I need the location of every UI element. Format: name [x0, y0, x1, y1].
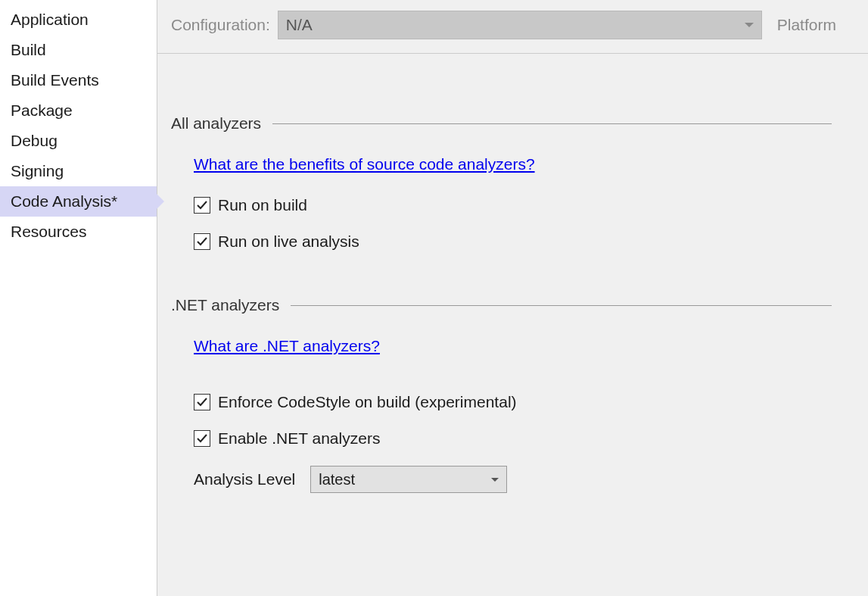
configuration-label: Configuration:: [171, 16, 270, 34]
section-body: What are the benefits of source code ana…: [171, 155, 854, 251]
checkmark-icon: [196, 396, 208, 408]
configuration-value: N/A: [286, 16, 313, 34]
main-panel: Configuration: N/A Platform All analyzer…: [157, 0, 868, 596]
checkbox-run-on-live-analysis: Run on live analysis: [194, 232, 854, 251]
sidebar-item-label: Application: [11, 11, 89, 28]
sidebar-item-label: Code Analysis*: [11, 192, 117, 210]
sidebar-item-build[interactable]: Build: [0, 35, 157, 65]
sidebar-item-build-events[interactable]: Build Events: [0, 65, 157, 95]
section-divider: [291, 305, 832, 306]
sidebar-item-debug[interactable]: Debug: [0, 126, 157, 156]
checkbox[interactable]: [194, 430, 210, 447]
section-title: All analyzers: [171, 114, 261, 133]
sidebar-item-application[interactable]: Application: [0, 5, 157, 35]
checkbox-run-on-build: Run on build: [194, 196, 854, 214]
analysis-level-row: Analysis Level latest: [194, 466, 854, 493]
sidebar-item-resources[interactable]: Resources: [0, 217, 157, 247]
checkbox-label: Enforce CodeStyle on build (experimental…: [218, 393, 517, 411]
sidebar-item-package[interactable]: Package: [0, 95, 157, 126]
top-bar: Configuration: N/A Platform: [157, 0, 868, 54]
sidebar-item-label: Debug: [11, 132, 58, 149]
checkbox[interactable]: [194, 233, 210, 250]
section-net-analyzers: .NET analyzers What are .NET analyzers? …: [171, 296, 854, 493]
analysis-level-select[interactable]: latest: [310, 466, 507, 493]
checkbox[interactable]: [194, 197, 210, 214]
section-header: .NET analyzers: [171, 296, 854, 314]
content: All analyzers What are the benefits of s…: [157, 54, 868, 508]
analysis-level-value: latest: [319, 471, 355, 488]
sidebar-item-label: Build: [11, 41, 46, 58]
checkbox[interactable]: [194, 394, 210, 410]
analysis-level-label: Analysis Level: [194, 470, 295, 488]
checkbox-enable-net-analyzers: Enable .NET analyzers: [194, 429, 854, 448]
sidebar-item-label: Build Events: [11, 71, 99, 89]
benefits-link[interactable]: What are the benefits of source code ana…: [194, 155, 535, 173]
sidebar-item-signing[interactable]: Signing: [0, 156, 157, 186]
chevron-down-icon: [745, 23, 754, 27]
checkmark-icon: [196, 199, 208, 211]
section-all-analyzers: All analyzers What are the benefits of s…: [171, 114, 854, 251]
section-title: .NET analyzers: [171, 296, 279, 314]
checkbox-enforce-codestyle: Enforce CodeStyle on build (experimental…: [194, 393, 854, 411]
checkbox-label: Enable .NET analyzers: [218, 429, 380, 448]
checkbox-label: Run on build: [218, 196, 307, 214]
sidebar-item-label: Signing: [11, 162, 64, 179]
configuration-select[interactable]: N/A: [278, 11, 762, 39]
section-divider: [272, 123, 832, 124]
checkbox-label: Run on live analysis: [218, 232, 359, 251]
section-body: What are .NET analyzers? Enforce CodeSty…: [171, 337, 854, 493]
sidebar-item-label: Package: [11, 101, 73, 119]
net-analyzers-link[interactable]: What are .NET analyzers?: [194, 337, 380, 355]
platform-label: Platform: [777, 16, 836, 34]
sidebar: Application Build Build Events Package D…: [0, 0, 157, 596]
sidebar-item-label: Resources: [11, 223, 86, 240]
sidebar-item-code-analysis[interactable]: Code Analysis*: [0, 186, 157, 217]
chevron-down-icon: [491, 478, 499, 482]
checkmark-icon: [196, 236, 208, 248]
checkmark-icon: [196, 432, 208, 445]
section-header: All analyzers: [171, 114, 854, 133]
